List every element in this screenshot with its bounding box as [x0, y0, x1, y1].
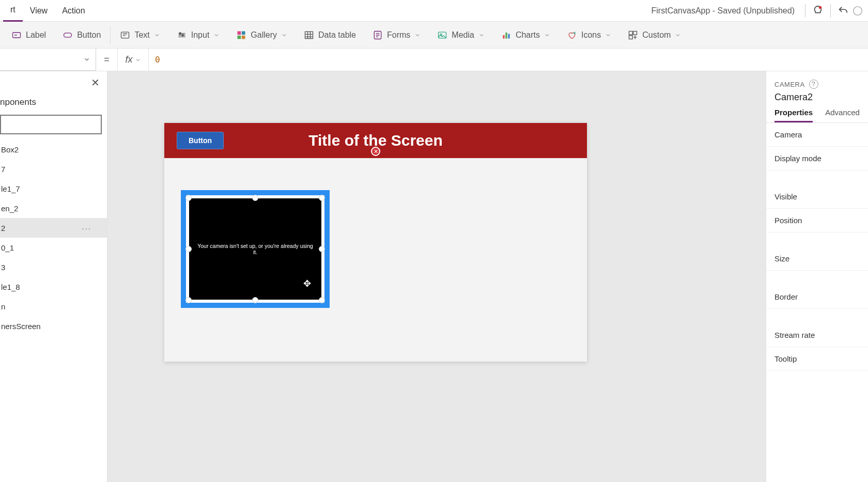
ribbon-label-text: Label: [26, 30, 46, 40]
tree-item[interactable]: 7: [0, 159, 107, 179]
chevron-down-icon: [675, 32, 681, 38]
ribbon-text-label: Text: [134, 30, 149, 40]
ribbon-charts[interactable]: Charts: [494, 22, 557, 49]
tree-item[interactable]: le1_8: [0, 277, 107, 297]
tree-item[interactable]: nersScreen: [0, 316, 107, 336]
property-selector[interactable]: [0, 49, 96, 71]
resize-handle-tr[interactable]: [319, 195, 325, 201]
resize-handle-tm[interactable]: [252, 195, 258, 201]
resize-handle-br[interactable]: [319, 297, 325, 303]
svg-rect-7: [238, 31, 241, 35]
chevron-down-icon: [154, 32, 160, 38]
app-checker-icon[interactable]: [811, 4, 825, 18]
redo-icon[interactable]: [850, 4, 865, 18]
fx-button[interactable]: fx: [118, 49, 149, 71]
property-row[interactable]: Position: [766, 209, 868, 232]
property-row[interactable]: Size: [766, 247, 868, 271]
resize-handle-bm[interactable]: [252, 297, 258, 303]
help-icon[interactable]: ?: [809, 80, 818, 89]
camera-control-selection[interactable]: Your camera isn't set up, or you're alre…: [181, 190, 330, 308]
ribbon-button-text: Button: [77, 30, 101, 40]
fx-label: fx: [125, 54, 132, 65]
svg-rect-8: [242, 31, 245, 35]
undo-icon[interactable]: [836, 4, 850, 18]
insert-ribbon: Label Button Text Input Gallery Data tab…: [0, 22, 868, 49]
ribbon-data-table[interactable]: Data table: [297, 22, 363, 49]
svg-rect-9: [238, 35, 241, 39]
svg-rect-18: [629, 31, 633, 35]
tree-search-input[interactable]: [0, 115, 102, 134]
formula-input[interactable]: 0: [149, 49, 868, 71]
tree-item[interactable]: n: [0, 297, 107, 316]
tree-item-label: 0_1: [1, 243, 14, 252]
property-row[interactable]: Display mode: [766, 147, 868, 170]
tree-item[interactable]: le1_7: [0, 179, 107, 198]
move-cursor-icon: ✥: [303, 278, 311, 289]
svg-rect-10: [242, 35, 245, 39]
ribbon-gallery-label: Gallery: [251, 30, 277, 40]
svg-rect-11: [305, 32, 313, 38]
property-row[interactable]: Border: [766, 285, 868, 309]
screen-header: Button Title of the Screen ✕: [164, 123, 587, 158]
formula-bar: = fx 0: [0, 49, 868, 71]
control-type-label: CAMERA ?: [766, 71, 868, 92]
divider: [805, 4, 805, 18]
control-name[interactable]: Camera2: [766, 92, 868, 108]
tree-list: Box27le1_7en_22···0_13le1_8nnersScreen: [0, 139, 107, 482]
equals-sign: =: [96, 49, 118, 71]
error-badge-icon[interactable]: ✕: [371, 147, 380, 156]
tab-action[interactable]: Action: [55, 0, 92, 22]
property-gap: [766, 271, 868, 285]
ribbon-text[interactable]: Text: [113, 22, 167, 49]
chevron-down-icon: [414, 32, 421, 38]
svg-rect-15: [503, 35, 504, 39]
canvas-area[interactable]: Button Title of the Screen ✕ Your camera…: [107, 71, 766, 482]
resize-handle-mr[interactable]: [319, 246, 325, 252]
property-gap: [766, 170, 868, 185]
tree-item[interactable]: 3: [0, 257, 107, 277]
main-area: ✕ nponents Box27le1_7en_22···0_13le1_8nn…: [0, 71, 868, 482]
resize-handle-ml[interactable]: [185, 246, 192, 252]
separator: [110, 26, 111, 44]
tree-item[interactable]: 2···: [0, 218, 107, 238]
canvas-button[interactable]: Button: [177, 132, 224, 149]
ribbon-input-label: Input: [191, 30, 210, 40]
property-row[interactable]: Stream rate: [766, 323, 868, 347]
tab-properties[interactable]: Properties: [774, 108, 813, 122]
resize-handle-bl[interactable]: [185, 297, 192, 303]
app-status: FirstCanvasApp - Saved (Unpublished): [652, 6, 800, 15]
ribbon-icons-label: Icons: [581, 30, 601, 40]
tree-item[interactable]: Box2: [0, 139, 107, 159]
more-icon[interactable]: ···: [82, 224, 91, 232]
ribbon-label[interactable]: Label: [4, 22, 53, 49]
tree-item-label: 7: [1, 165, 5, 174]
property-row[interactable]: Camera: [766, 123, 868, 147]
ribbon-media[interactable]: Media: [430, 22, 492, 49]
property-row[interactable]: Tooltip: [766, 347, 868, 371]
tree-item[interactable]: 0_1: [0, 238, 107, 257]
ribbon-input[interactable]: Input: [169, 22, 227, 49]
ribbon-icons[interactable]: Icons: [560, 22, 618, 49]
tab-insert[interactable]: rt: [3, 0, 23, 22]
svg-rect-3: [64, 33, 72, 37]
tab-advanced[interactable]: Advanced: [825, 108, 860, 122]
close-icon[interactable]: ✕: [91, 76, 100, 89]
tree-item[interactable]: en_2: [0, 198, 107, 218]
artboard[interactable]: Button Title of the Screen ✕ Your camera…: [164, 123, 587, 362]
property-row[interactable]: Visible: [766, 185, 868, 209]
svg-point-6: [182, 34, 183, 36]
property-gap: [766, 232, 868, 247]
chevron-down-icon: [544, 32, 550, 38]
camera-preview[interactable]: Your camera isn't set up, or you're alre…: [189, 198, 321, 300]
top-tab-strip: rt View Action FirstCanvasApp - Saved (U…: [0, 0, 868, 22]
ribbon-custom[interactable]: Custom: [621, 22, 688, 49]
camera-message: Your camera isn't set up, or you're alre…: [195, 243, 315, 255]
ribbon-media-label: Media: [452, 30, 474, 40]
tab-view[interactable]: View: [23, 0, 55, 22]
ribbon-forms[interactable]: Forms: [365, 22, 428, 49]
ribbon-gallery[interactable]: Gallery: [229, 22, 295, 49]
svg-rect-20: [629, 35, 633, 39]
resize-handle-tl[interactable]: [185, 195, 192, 201]
ribbon-button[interactable]: Button: [55, 22, 108, 49]
tree-item-label: n: [1, 302, 5, 311]
